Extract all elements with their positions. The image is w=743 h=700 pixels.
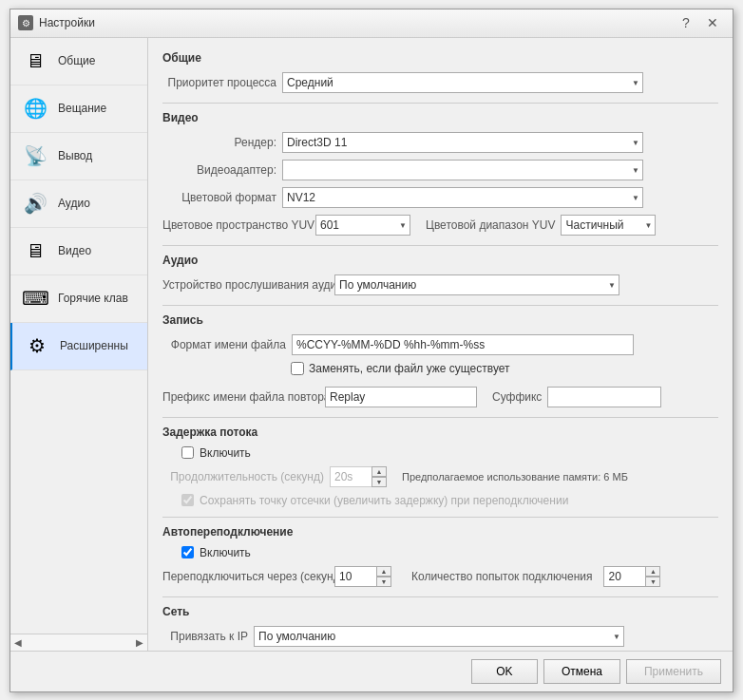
stream-delay-down-btn[interactable]: ▼ — [372, 477, 387, 487]
adapter-label: Видеоадаптер: — [162, 163, 276, 177]
reconnect-enable-checkbox[interactable] — [181, 546, 194, 558]
reconnect-section-header: Автопереподключение — [162, 525, 718, 539]
sidebar-label-output: Вывод — [58, 149, 92, 162]
yuv-space-select[interactable]: 601 — [315, 215, 410, 236]
reconnect-delay-spinner-btns: ▲ ▼ — [376, 566, 391, 587]
sidebar-item-hotkeys[interactable]: ⌨ Горячие клав — [10, 275, 147, 323]
reconnect-enable-label[interactable]: Включить — [200, 546, 251, 559]
reconnect-delay-down-btn[interactable]: ▼ — [376, 577, 391, 587]
stream-delay-memory-note: Предполагаемое использование памяти: 6 М… — [402, 471, 628, 482]
filename-format-input[interactable] — [292, 334, 634, 355]
title-bar: ⚙ Настройки ? ✕ — [10, 9, 733, 38]
stream-delay-enable-checkbox[interactable] — [181, 446, 194, 459]
general-section-header: Общие — [162, 51, 718, 65]
window-title: Настройки — [39, 16, 95, 29]
scroll-right-arrow[interactable]: ▶ — [136, 637, 143, 648]
video-icon: 🖥 — [20, 236, 50, 266]
reconnect-delay-up-btn[interactable]: ▲ — [376, 566, 391, 577]
replay-prefix-label: Префикс имени файла повтора — [162, 390, 319, 404]
sidebar-label-general: Общие — [58, 54, 95, 67]
sidebar-label-advanced: Расширенны — [60, 339, 128, 352]
stream-delay-section-header: Задержка потока — [162, 426, 718, 439]
scroll-left-arrow[interactable]: ◀ — [14, 637, 22, 648]
renderer-select-wrapper: Direct3D 11 — [282, 132, 643, 153]
network-section-header: Сеть — [162, 605, 718, 618]
title-bar-left: ⚙ Настройки — [18, 15, 95, 30]
replay-suffix-label: Суффикс — [492, 390, 542, 404]
reconnect-delay-label: Переподключиться через (секунд) — [162, 570, 329, 583]
reconnect-attempts-wrapper: ▲ ▼ — [603, 566, 660, 587]
replay-prefix-row: Префикс имени файла повтора Суффикс — [162, 387, 718, 407]
adapter-select[interactable] — [282, 160, 643, 180]
advanced-icon: ⚙ — [22, 331, 52, 361]
stream-delay-up-btn[interactable]: ▲ — [372, 466, 387, 477]
bind-ip-select[interactable]: По умолчанию — [254, 626, 624, 647]
sidebar-item-broadcast[interactable]: 🌐 Вещание — [10, 85, 147, 133]
main-scroll-area: Общие Приоритет процесса Средний Видео Р… — [148, 38, 733, 651]
priority-select-wrapper: Средний — [282, 72, 643, 93]
replace-existing-label[interactable]: Заменять, если файл уже существует — [309, 362, 510, 375]
bind-ip-label: Привязать к IP — [162, 630, 248, 643]
stream-delay-duration-row: Продолжительность (секунд) ▲ ▼ Предполаг… — [162, 466, 718, 487]
video-section-header: Видео — [162, 111, 718, 124]
close-button[interactable]: ✕ — [700, 13, 725, 32]
sidebar-item-output[interactable]: 📡 Вывод — [10, 133, 147, 180]
yuv-space-label: Цветовое пространство YUV — [162, 218, 310, 232]
reconnect-enable-row: Включить — [181, 546, 718, 559]
sidebar-item-audio[interactable]: 🔊 Аудио — [10, 180, 147, 228]
bind-ip-select-wrapper: По умолчанию — [254, 626, 624, 647]
replay-prefix-input[interactable] — [325, 387, 477, 407]
audio-device-label: Устройство прослушивания аудио — [162, 278, 329, 292]
yuv-range-select-wrapper: Частичный — [561, 215, 656, 236]
priority-row: Приоритет процесса Средний — [162, 72, 718, 93]
content-area: 🖥 Общие 🌐 Вещание 📡 Вывод 🔊 Аудио 🖥 Виде… — [10, 38, 733, 651]
reconnect-attempts-up-btn[interactable]: ▲ — [645, 566, 660, 577]
reconnect-delay-wrapper: ▲ ▼ — [334, 566, 391, 587]
save-cutoff-label: Сохранять точку отсечки (увеличить задер… — [200, 494, 568, 507]
stream-delay-enable-label[interactable]: Включить — [200, 446, 251, 460]
color-format-select-wrapper: NV12 — [282, 187, 643, 208]
apply-button[interactable]: Применить — [626, 659, 721, 684]
audio-device-row: Устройство прослушивания аудио По умолча… — [162, 274, 718, 295]
reconnect-attempts-spinner-btns: ▲ ▼ — [645, 566, 660, 587]
replay-suffix-input[interactable] — [547, 387, 661, 407]
renderer-select[interactable]: Direct3D 11 — [282, 132, 643, 153]
stream-delay-duration-label: Продолжительность (секунд) — [162, 470, 324, 483]
color-format-label: Цветовой формат — [162, 191, 276, 204]
reconnect-delay-row: Переподключиться через (секунд) ▲ ▼ Коли… — [162, 566, 718, 587]
title-controls: ? ✕ — [674, 13, 725, 32]
yuv-space-select-wrapper: 601 — [315, 215, 410, 236]
main-panel: Общие Приоритет процесса Средний Видео Р… — [148, 38, 733, 651]
adapter-row: Видеоадаптер: — [162, 160, 718, 180]
broadcast-icon: 🌐 — [20, 93, 50, 123]
filename-format-row: Формат имени файла — [162, 334, 718, 355]
help-button[interactable]: ? — [674, 13, 698, 32]
ok-button[interactable]: OK — [471, 659, 538, 684]
audio-device-select[interactable]: По умолчанию — [334, 274, 619, 295]
stream-delay-spinner-btns: ▲ ▼ — [372, 466, 387, 487]
cancel-button[interactable]: Отмена — [543, 659, 620, 684]
replace-existing-checkbox[interactable] — [291, 362, 304, 375]
stream-delay-duration-wrapper: ▲ ▼ — [330, 466, 387, 487]
priority-label: Приоритет процесса — [162, 76, 276, 89]
color-format-select[interactable]: NV12 — [282, 187, 643, 208]
filename-format-label: Формат имени файла — [162, 338, 286, 351]
hotkeys-icon: ⌨ — [20, 283, 50, 313]
reconnect-attempts-down-btn[interactable]: ▼ — [645, 577, 660, 587]
save-cutoff-checkbox[interactable] — [181, 494, 194, 506]
audio-icon: 🔊 — [20, 188, 50, 218]
yuv-range-select[interactable]: Частичный — [561, 215, 656, 236]
sidebar-item-general[interactable]: 🖥 Общие — [10, 38, 147, 85]
general-icon: 🖥 — [20, 46, 50, 76]
sidebar-item-video[interactable]: 🖥 Видео — [10, 228, 147, 275]
renderer-row: Рендер: Direct3D 11 — [162, 132, 718, 153]
replace-existing-checkbox-row: Заменять, если файл уже существует — [291, 362, 510, 375]
sidebar-scroll: ◀ ▶ — [10, 634, 147, 651]
footer: OK Отмена Применить — [10, 651, 733, 691]
recording-section-header: Запись — [162, 313, 718, 327]
priority-select[interactable]: Средний — [282, 72, 643, 93]
sidebar-item-advanced[interactable]: ⚙ Расширенны — [10, 323, 147, 370]
yuv-range-label: Цветовой диапазон YUV — [426, 218, 555, 232]
bind-ip-row: Привязать к IP По умолчанию — [162, 626, 718, 647]
yuv-row: Цветовое пространство YUV 601 Цветовой д… — [162, 215, 718, 236]
